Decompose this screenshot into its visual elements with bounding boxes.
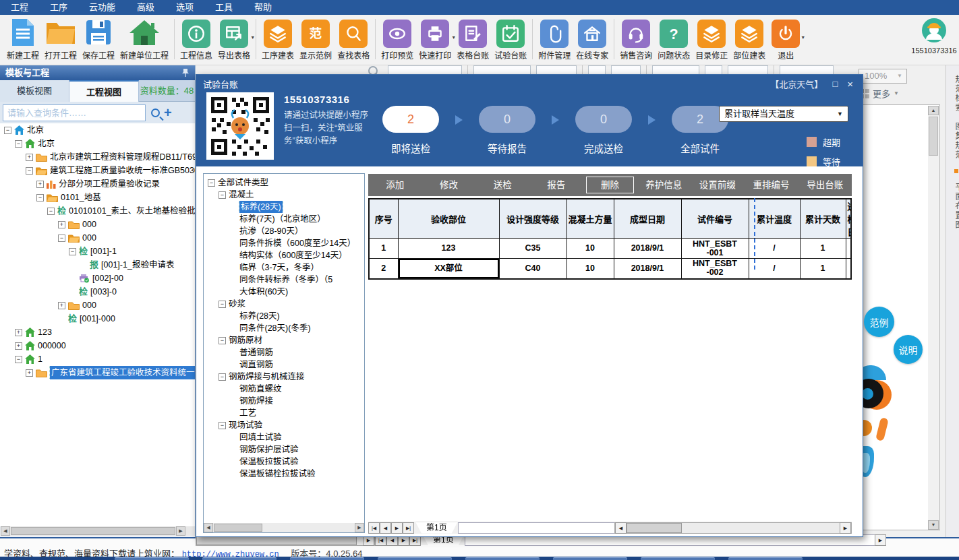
prev-page-icon[interactable]: ◀ bbox=[380, 522, 391, 534]
tree-item-label[interactable]: [001]-1_报验申请表 bbox=[101, 258, 174, 272]
toolbar-button-表格台账[interactable]: 表格台账 bbox=[454, 18, 492, 62]
tree-item-label[interactable]: 000 bbox=[82, 218, 96, 231]
tree-item[interactable]: −混凝土 bbox=[204, 189, 364, 201]
tree-item[interactable]: 调直钢筋 bbox=[204, 359, 364, 371]
collapse-icon[interactable]: − bbox=[4, 127, 11, 134]
toolbar-button-显示范例[interactable]: 范显示范例 bbox=[297, 18, 335, 62]
tree-item[interactable]: −钢筋原材 bbox=[204, 334, 364, 346]
scroll-right-icon[interactable]: ▶ bbox=[176, 526, 185, 536]
tree-item[interactable]: −检[001]-1 bbox=[0, 245, 195, 258]
menu-选项[interactable]: 选项 bbox=[165, 0, 204, 15]
scroll-right-icon[interactable]: ▶ bbox=[875, 534, 886, 546]
tab-project-view[interactable]: 工程视图 bbox=[69, 80, 139, 102]
tree-item-label[interactable]: 抗渗（28-90天） bbox=[239, 225, 303, 237]
table-cell[interactable]: 10 bbox=[566, 239, 614, 259]
toolbar-button-问题状态[interactable]: ?问题状态 bbox=[655, 18, 693, 62]
scroll-up-icon[interactable]: ▲ bbox=[928, 106, 939, 115]
tree-item[interactable]: 检[003]-0 bbox=[0, 285, 195, 299]
expand-icon[interactable]: + bbox=[36, 181, 44, 188]
toolbar-button-打开工程[interactable]: 打开工程 bbox=[42, 18, 80, 62]
canvas-vertical-scrollbar[interactable]: ▲ ▼ bbox=[928, 106, 939, 530]
stat-等待报告[interactable]: 0等待报告 bbox=[475, 106, 540, 155]
tree-item-label[interactable]: 结构实体（600度至少14天） bbox=[239, 249, 347, 261]
collapse-icon[interactable]: − bbox=[219, 301, 226, 308]
pin-icon[interactable] bbox=[181, 65, 190, 80]
toolbar-button-销售咨询[interactable]: 销售咨询 bbox=[617, 18, 655, 62]
tree-item-label[interactable]: 钢筋焊接 bbox=[239, 395, 273, 407]
tree-item[interactable]: +分部分项工程质量验收记录 bbox=[0, 177, 195, 191]
toolbar-button-保存工程[interactable]: 保存工程 bbox=[80, 18, 117, 62]
page-tab[interactable]: 第1页 bbox=[415, 522, 458, 534]
close-icon[interactable]: × bbox=[847, 78, 853, 90]
scroll-right-icon[interactable]: ▶ bbox=[840, 522, 851, 534]
menu-工具[interactable]: 工具 bbox=[204, 0, 243, 15]
collapse-icon[interactable]: − bbox=[219, 191, 226, 199]
column-header[interactable]: 设计强度等级 bbox=[499, 199, 566, 239]
tree-item[interactable]: 同条件(28天)(冬季) bbox=[204, 322, 364, 334]
table-cell[interactable]: 2018/9/1 bbox=[614, 259, 681, 279]
tree-item[interactable]: 钢筋保护层试验 bbox=[204, 443, 364, 456]
tree-item-label[interactable]: 保温板拉拔试验 bbox=[239, 456, 299, 468]
table-cell[interactable]: 1 bbox=[800, 259, 846, 279]
table-cell[interactable]: C40 bbox=[499, 259, 566, 279]
tree-item[interactable]: 报[001]-1_报验申请表 bbox=[0, 258, 195, 272]
tree-item[interactable]: +广东省建筑工程竣工验收技术资料统一 bbox=[0, 366, 195, 379]
table-cell[interactable]: / bbox=[749, 259, 800, 279]
tree-item[interactable]: 标养(28天) bbox=[204, 201, 364, 213]
action-添加[interactable]: 添加 bbox=[368, 174, 422, 196]
tree-item[interactable]: −现场试验 bbox=[204, 419, 364, 431]
table-row[interactable]: 2XX部位C40102018/9/1HNT_ESBT-002/1 bbox=[369, 259, 851, 279]
tree-item[interactable]: 回填土试验 bbox=[204, 431, 364, 443]
tree-item-label[interactable]: [002]-00 bbox=[92, 272, 123, 285]
toolbar-button-新建工程[interactable]: 新建工程 bbox=[4, 18, 42, 62]
table-cell[interactable]: 10 bbox=[566, 259, 614, 279]
search-icon[interactable] bbox=[151, 108, 160, 117]
tree-item[interactable]: +000 bbox=[0, 218, 195, 231]
tree-item[interactable]: +000000 bbox=[0, 339, 195, 352]
tree-item[interactable]: −全部试件类型 bbox=[204, 177, 364, 189]
column-header[interactable]: 混凝土方量 bbox=[566, 199, 614, 239]
action-修改[interactable]: 修改 bbox=[422, 174, 476, 196]
toolbar-button-附件管理[interactable]: 附件管理 bbox=[535, 18, 573, 62]
tree-item-label[interactable]: 分部分项工程质量验收记录 bbox=[59, 177, 160, 191]
tree-item-label[interactable]: 01010101_素土、灰土地基检验批 bbox=[69, 204, 195, 218]
chevron-down-icon[interactable]: ▼ bbox=[250, 35, 255, 40]
user-account[interactable]: 15510373316 bbox=[910, 18, 959, 55]
column-header[interactable]: 累计温度 bbox=[749, 199, 800, 239]
tree-item-label[interactable]: 123 bbox=[38, 325, 52, 339]
toolbar-button-导出表格[interactable]: ▼导出表格 bbox=[215, 18, 253, 62]
tree-item-label[interactable]: 标养(28天) bbox=[239, 310, 280, 322]
expand-icon[interactable]: + bbox=[26, 369, 33, 377]
toolbar-button-打印预览[interactable]: 打印预览 bbox=[378, 18, 416, 62]
tree-item-label[interactable]: [001]-1 bbox=[90, 245, 117, 258]
tree-item-label[interactable]: 回填土试验 bbox=[239, 431, 282, 443]
vertical-tab-规范检索[interactable]: 规范检索 bbox=[953, 75, 959, 113]
type-tree-scrollbar[interactable]: ◀▶ bbox=[204, 523, 364, 532]
tree-item-label[interactable]: 保温板锚栓拉拔试验 bbox=[239, 468, 316, 480]
tree-item[interactable]: 标养(28天) bbox=[204, 310, 364, 322]
tree-item[interactable]: −1 bbox=[0, 352, 195, 366]
expand-icon[interactable]: + bbox=[58, 302, 65, 309]
tree-item[interactable]: 保温板锚栓拉拔试验 bbox=[204, 468, 364, 480]
table-cell[interactable]: HNT_ESBT-002 bbox=[681, 259, 749, 279]
action-重排编号[interactable]: 重排编号 bbox=[745, 174, 798, 196]
table-cell[interactable]: C35 bbox=[499, 239, 566, 259]
scroll-left-icon[interactable]: ◀ bbox=[204, 523, 213, 532]
tree-horizontal-scrollbar[interactable]: ◀ ▶ bbox=[1, 526, 195, 536]
collapse-icon[interactable]: − bbox=[36, 194, 44, 201]
tree-item[interactable]: −0101_地基 bbox=[0, 191, 195, 204]
tree-item-label[interactable]: 000000 bbox=[38, 339, 66, 352]
column-header[interactable]: 试件编号 bbox=[681, 199, 749, 239]
collapse-icon[interactable]: − bbox=[219, 337, 226, 344]
tree-item[interactable]: 同条件拆模（600度至少14天） bbox=[204, 237, 364, 249]
tree-item-label[interactable]: 临界（3-7天，冬季） bbox=[239, 261, 319, 274]
scroll-thumb[interactable] bbox=[627, 523, 682, 533]
toolbar-button-试验台账[interactable]: 试验台账 bbox=[492, 18, 529, 62]
tab-template-view[interactable]: 模板视图 bbox=[0, 80, 69, 102]
tree-item[interactable]: 临界（3-7天，冬季） bbox=[204, 261, 364, 274]
tree-item[interactable]: 同条件转标养（冬季）（5 bbox=[204, 274, 364, 286]
zoom-select[interactable]: 100%▼ bbox=[859, 69, 907, 84]
tree-item-label[interactable]: 标养(28天) bbox=[239, 201, 283, 213]
table-cell[interactable]: 2 bbox=[369, 259, 398, 279]
column-header[interactable]: 累计天数 bbox=[800, 199, 846, 239]
